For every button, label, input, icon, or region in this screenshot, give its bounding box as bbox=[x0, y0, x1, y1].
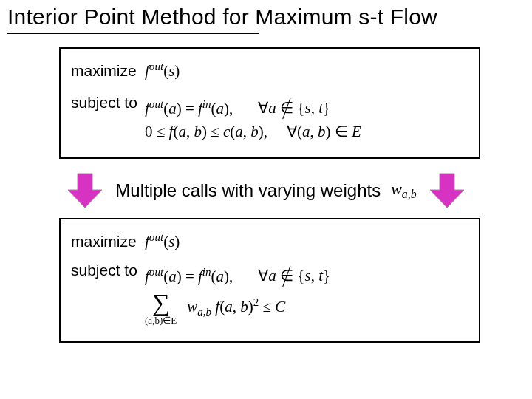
constraints: fout(a) = fin(a), ∀a ∈ {s, t} 0 ≤ f(a, b… bbox=[145, 94, 361, 146]
conservation-forall: ∀a ∈ {s, t} bbox=[258, 267, 330, 285]
conservation-lhs: fout(a) = fin(a), bbox=[145, 98, 233, 118]
flow-conservation: fout(a) = fin(a), ∀a ∈ {s, t} bbox=[145, 98, 361, 118]
weighted-sum-constraint: ∑ (a,b)∈E wa,b f(a, b)2 ≤ C bbox=[145, 290, 330, 325]
weight-symbol: wa,b bbox=[391, 180, 416, 201]
maximize-label: maximize bbox=[71, 62, 145, 80]
flow-conservation: fout(a) = fin(a), ∀a ∈ {s, t} bbox=[145, 266, 330, 286]
title-underline bbox=[7, 33, 259, 34]
subject-to-label: subject to bbox=[71, 262, 145, 279]
maximize-row: maximize fout(s) bbox=[71, 61, 468, 81]
objective-expr: fout(s) bbox=[145, 231, 180, 251]
transition-row: Multiple calls with varying weights wa,b bbox=[0, 171, 532, 211]
constraints: fout(a) = fin(a), ∀a ∈ {s, t} ∑ (a,b)∈E … bbox=[145, 262, 330, 330]
subject-to-label: subject to bbox=[71, 94, 145, 112]
transition-text: Multiple calls with varying weights bbox=[115, 180, 381, 201]
objective-expr: fout(s) bbox=[145, 61, 180, 81]
maximize-label: maximize bbox=[71, 233, 145, 250]
sum-symbol: ∑ (a,b)∈E bbox=[145, 290, 177, 325]
sum-body: wa,b f(a, b)2 ≤ C bbox=[187, 296, 285, 318]
subject-to-row: subject to fout(a) = fin(a), ∀a ∈ {s, t}… bbox=[71, 262, 468, 330]
maximize-row: maximize fout(s) bbox=[71, 231, 468, 251]
slide-title: Interior Point Method for Maximum s-t Fl… bbox=[0, 0, 532, 31]
down-arrow-icon bbox=[65, 171, 105, 211]
lp-box-original: maximize fout(s) subject to fout(a) = fi… bbox=[59, 47, 480, 159]
conservation-forall: ∀a ∈ {s, t} bbox=[258, 99, 330, 117]
capacity-lhs: 0 ≤ f(a, b) ≤ c(a, b), bbox=[145, 123, 267, 141]
capacity-constraint: 0 ≤ f(a, b) ≤ c(a, b), ∀(a, b) ∈ E bbox=[145, 123, 361, 141]
conservation-lhs: fout(a) = fin(a), bbox=[145, 266, 233, 286]
subject-to-row: subject to fout(a) = fin(a), ∀a ∈ {s, t}… bbox=[71, 94, 468, 146]
down-arrow-icon bbox=[427, 171, 467, 211]
capacity-forall: ∀(a, b) ∈ E bbox=[287, 123, 361, 141]
lp-box-weighted: maximize fout(s) subject to fout(a) = fi… bbox=[59, 218, 480, 343]
